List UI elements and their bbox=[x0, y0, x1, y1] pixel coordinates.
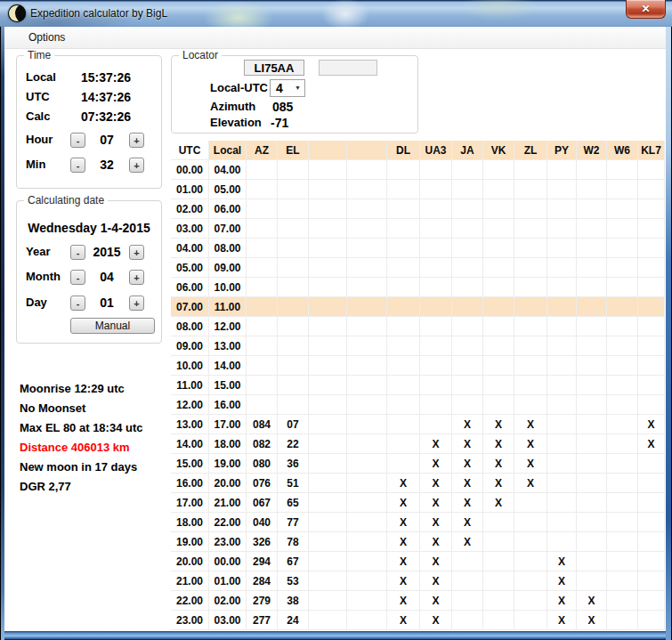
table-cell bbox=[483, 552, 514, 571]
table-cell: 05.00 bbox=[209, 180, 247, 199]
table-cell bbox=[483, 395, 514, 415]
table-cell: X bbox=[483, 493, 514, 513]
table-cell: 080 bbox=[247, 454, 278, 474]
table-cell bbox=[607, 493, 638, 513]
table-row[interactable]: 13.0017.0008407XXXX bbox=[171, 415, 665, 434]
table-row[interactable]: 08.0012.00 bbox=[171, 317, 665, 336]
table-cell bbox=[452, 160, 483, 180]
table-row[interactable]: 21.0001.0028453XXX bbox=[171, 571, 665, 591]
table-cell bbox=[607, 336, 638, 356]
table-cell bbox=[638, 591, 665, 611]
time-group-label: Time bbox=[24, 49, 54, 61]
table-cell bbox=[309, 513, 347, 532]
table-row[interactable]: 07.0011.00 bbox=[171, 297, 665, 317]
close-button[interactable]: ✕ bbox=[626, 0, 666, 19]
table-cell bbox=[278, 219, 309, 239]
table-row[interactable]: 14.0018.0008222XXXXX bbox=[171, 434, 665, 454]
table-cell bbox=[309, 336, 347, 356]
table-cell bbox=[483, 571, 514, 591]
min-increment-button[interactable]: + bbox=[129, 158, 144, 173]
menu-item-options[interactable]: Options bbox=[25, 27, 69, 49]
table-cell: X bbox=[420, 552, 452, 571]
table-cell bbox=[514, 219, 547, 239]
min-decrement-button[interactable]: - bbox=[70, 158, 85, 173]
month-increment-button[interactable]: + bbox=[129, 270, 144, 285]
table-cell bbox=[452, 258, 483, 278]
min-value: 32 bbox=[86, 157, 127, 173]
manual-button[interactable]: Manual bbox=[70, 318, 155, 334]
table-row[interactable]: 06.0010.00 bbox=[171, 278, 665, 297]
table-row[interactable]: 01.0005.00 bbox=[171, 180, 665, 199]
table-row[interactable]: 12.0016.00 bbox=[171, 395, 665, 415]
table-row[interactable]: 15.0019.0008036XXXX bbox=[171, 454, 665, 474]
table-cell bbox=[514, 160, 547, 180]
table-row[interactable]: 17.0021.0006765XXXX bbox=[171, 493, 665, 513]
table-cell bbox=[347, 160, 387, 180]
table-cell: X bbox=[547, 611, 577, 630]
table-cell: 65 bbox=[278, 493, 309, 513]
table-cell: 15.00 bbox=[171, 454, 209, 474]
table-cell bbox=[638, 571, 665, 591]
table-cell: X bbox=[420, 513, 452, 532]
day-decrement-button[interactable]: - bbox=[70, 296, 85, 311]
local-utc-dropdown[interactable]: 4 ▼ bbox=[270, 79, 305, 97]
table-cell bbox=[514, 513, 547, 532]
table-row[interactable]: 19.0023.0032678XXX bbox=[171, 532, 665, 552]
table-cell: 06.00 bbox=[171, 278, 209, 297]
table-cell: 076 bbox=[247, 474, 278, 493]
month-decrement-button[interactable]: - bbox=[70, 270, 85, 285]
table-cell: 326 bbox=[247, 532, 278, 552]
column-header: DL bbox=[387, 141, 420, 160]
table-row[interactable]: 02.0006.00 bbox=[171, 199, 665, 219]
table-cell bbox=[247, 199, 278, 219]
year-increment-button[interactable]: + bbox=[129, 245, 144, 260]
table-row[interactable]: 20.0000.0029467XXX bbox=[171, 552, 665, 571]
table-cell bbox=[452, 552, 483, 571]
table-cell: 00.00 bbox=[209, 552, 247, 571]
table-row[interactable]: 22.0002.0027938XXXX bbox=[171, 591, 665, 611]
table-row[interactable]: 05.0009.00 bbox=[171, 258, 665, 278]
table-cell: X bbox=[452, 434, 483, 454]
table-cell bbox=[309, 297, 347, 317]
table-row[interactable]: 23.0003.0027724XXXX bbox=[171, 611, 665, 630]
table-row[interactable]: 00.0004.00 bbox=[171, 160, 665, 180]
table-row[interactable]: 03.0007.00 bbox=[171, 219, 665, 239]
table-row[interactable]: 16.0020.0007651XXXXX bbox=[171, 474, 665, 493]
table-cell: 084 bbox=[247, 415, 278, 434]
info-line: Moonrise 12:29 utc bbox=[20, 379, 189, 399]
table-cell bbox=[387, 180, 420, 199]
table-row[interactable]: 10.0014.00 bbox=[171, 356, 665, 376]
table-cell bbox=[638, 336, 665, 356]
moon-info-block: Moonrise 12:29 utcNo MoonsetMax EL 80 at… bbox=[20, 379, 189, 497]
table-cell bbox=[483, 219, 514, 239]
day-increment-button[interactable]: + bbox=[129, 296, 144, 311]
table-row[interactable]: 04.0008.00 bbox=[171, 239, 665, 258]
table-cell bbox=[247, 180, 278, 199]
table-cell bbox=[607, 552, 638, 571]
year-decrement-button[interactable]: - bbox=[70, 245, 85, 260]
minus-icon: - bbox=[77, 247, 80, 258]
table-row[interactable]: 11.0015.00 bbox=[171, 376, 665, 395]
table-row[interactable]: 18.0022.0004077XXX bbox=[171, 513, 665, 532]
locator-secondary-input[interactable] bbox=[319, 60, 377, 76]
minus-icon: - bbox=[77, 135, 80, 146]
table-cell bbox=[309, 434, 347, 454]
table-cell: X bbox=[420, 591, 452, 611]
table-cell bbox=[547, 278, 577, 297]
table-cell: 38 bbox=[278, 591, 309, 611]
table-row[interactable]: 09.0013.00 bbox=[171, 336, 665, 356]
plus-icon: + bbox=[134, 135, 139, 146]
table-cell: 09.00 bbox=[171, 336, 209, 356]
hour-decrement-button[interactable]: - bbox=[70, 133, 85, 148]
table-cell bbox=[607, 454, 638, 474]
table-cell: 07.00 bbox=[209, 219, 247, 239]
table-cell bbox=[483, 591, 514, 611]
locator-input[interactable]: LI75AA bbox=[244, 60, 304, 76]
table-cell bbox=[452, 239, 483, 258]
title-bar: Expedition calculator by BigL bbox=[0, 0, 672, 27]
hour-increment-button[interactable]: + bbox=[129, 133, 144, 148]
calc-time-value: 07:32:26 bbox=[81, 109, 131, 125]
table-cell bbox=[607, 356, 638, 376]
utc-time-value: 14:37:26 bbox=[81, 89, 131, 105]
table-cell bbox=[514, 532, 547, 552]
